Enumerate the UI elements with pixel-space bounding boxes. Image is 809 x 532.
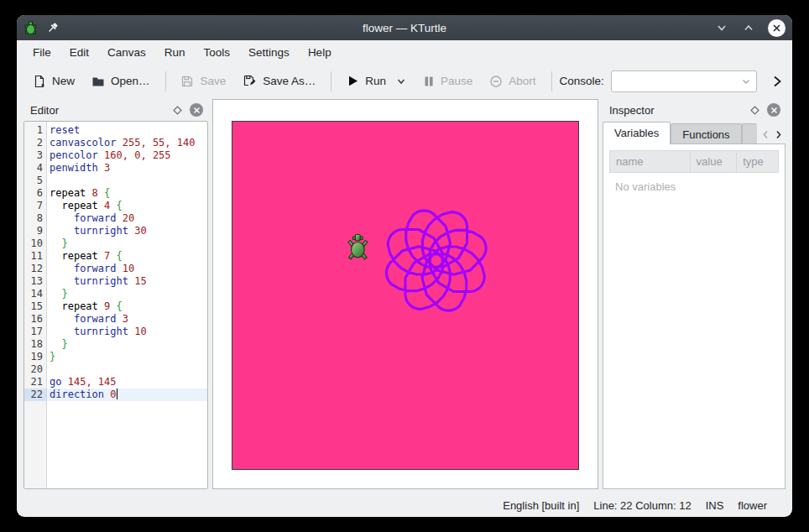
new-button[interactable]: New — [25, 70, 82, 92]
code-line[interactable]: } — [47, 288, 207, 300]
menu-settings[interactable]: Settings — [239, 43, 299, 62]
line-number: 13 — [24, 275, 46, 288]
pause-icon — [423, 76, 435, 87]
pause-button-label: Pause — [441, 75, 472, 87]
kturtle-window: flower — KTurtle FileEditCanvasRunToolsS… — [17, 15, 792, 517]
inspector-close-icon[interactable] — [767, 103, 780, 117]
turtle-canvas — [232, 121, 579, 470]
close-icon[interactable] — [768, 19, 786, 37]
console-chevron-down-icon[interactable] — [741, 76, 751, 86]
tab-scroll-left-button[interactable] — [760, 129, 771, 140]
line-number: 21 — [24, 376, 46, 389]
editor-float-icon[interactable] — [173, 106, 182, 115]
canvas-panel — [212, 99, 598, 489]
line-number: 20 — [24, 363, 46, 376]
pause-button[interactable]: Pause — [415, 70, 480, 91]
code-line[interactable]: } — [47, 338, 207, 351]
line-number: 22 — [24, 389, 46, 401]
code-line[interactable]: } — [47, 351, 207, 363]
inspector-panel-header[interactable]: Inspector — [603, 99, 786, 121]
inspector-panel-title: Inspector — [609, 104, 743, 117]
code-line[interactable]: turnright 15 — [47, 275, 207, 288]
code-line[interactable]: turnright 30 — [47, 225, 207, 237]
line-number: 6 — [24, 187, 46, 200]
open-button[interactable]: Open… — [84, 70, 158, 92]
code-line[interactable]: repeat 7 { — [47, 250, 207, 263]
code-line[interactable]: repeat 9 { — [47, 300, 207, 313]
code-line[interactable]: reset — [47, 124, 207, 137]
code-line[interactable]: direction 0 — [47, 389, 207, 401]
status-cursor-position: Line: 22 Column: 12 — [593, 499, 691, 512]
window-title: flower — KTurtle — [208, 22, 601, 34]
code-line[interactable]: } — [47, 237, 207, 250]
line-number: 4 — [24, 162, 46, 175]
code-line[interactable]: forward 3 — [47, 313, 207, 326]
run-button[interactable]: Run — [339, 70, 414, 91]
code-line[interactable]: repeat 8 { — [47, 187, 207, 200]
line-number: 14 — [24, 288, 46, 300]
abort-icon — [489, 75, 503, 88]
save-button[interactable]: Save — [173, 70, 233, 92]
menu-tools[interactable]: Tools — [195, 43, 240, 62]
console-input[interactable] — [611, 70, 757, 92]
column-value[interactable]: value — [690, 151, 737, 172]
text-cursor — [117, 389, 118, 399]
save-button-label: Save — [200, 75, 226, 87]
save-as-icon — [243, 74, 257, 88]
save-icon — [180, 75, 194, 88]
line-number: 18 — [24, 338, 46, 351]
main-area: Editor 123456789101112131415161718192021… — [17, 97, 792, 494]
menu-run[interactable]: Run — [155, 43, 195, 62]
code-line[interactable]: forward 20 — [47, 212, 207, 225]
menubar: FileEditCanvasRunToolsSettingsHelp — [17, 40, 792, 65]
code-line[interactable]: forward 10 — [47, 263, 207, 275]
column-name[interactable]: name — [610, 155, 690, 168]
save-as-button[interactable]: Save As… — [235, 70, 323, 92]
code-line[interactable] — [47, 363, 207, 376]
toolbar-overflow-button[interactable] — [770, 75, 784, 88]
code-line[interactable]: penwidth 3 — [47, 162, 207, 175]
menu-help[interactable]: Help — [299, 43, 341, 62]
tab-scroll-right-button[interactable] — [773, 129, 784, 140]
line-number: 12 — [24, 263, 46, 275]
code-lines[interactable]: resetcanvascolor 255, 55, 140pencolor 16… — [47, 122, 207, 488]
code-line[interactable]: repeat 4 { — [47, 200, 207, 212]
inspector-float-icon[interactable] — [750, 106, 759, 115]
status-input-mode: INS — [706, 499, 724, 512]
save-as-button-label: Save As… — [263, 75, 316, 87]
variables-table-header: name value type — [609, 150, 779, 173]
menu-canvas[interactable]: Canvas — [98, 43, 155, 62]
minimize-icon[interactable] — [714, 20, 729, 35]
line-number: 15 — [24, 300, 46, 313]
status-language: English [built in] — [503, 499, 579, 512]
line-number: 16 — [24, 313, 46, 326]
code-line[interactable]: go 145, 145 — [47, 376, 207, 389]
line-number: 8 — [24, 212, 46, 225]
run-button-label: Run — [365, 75, 386, 87]
open-folder-icon — [91, 75, 105, 88]
menu-edit[interactable]: Edit — [60, 43, 98, 62]
variables-table: name value type No variables — [603, 143, 786, 489]
abort-button[interactable]: Abort — [482, 70, 543, 92]
tab-variables[interactable]: Variables — [603, 122, 671, 144]
line-number-gutter: 12345678910111213141516171819202122 — [24, 122, 47, 488]
line-number: 9 — [24, 225, 46, 237]
tab-functions[interactable]: Functions — [671, 123, 741, 143]
column-type[interactable]: type — [736, 151, 778, 172]
code-editor[interactable]: 12345678910111213141516171819202122 rese… — [23, 121, 208, 489]
line-number: 17 — [24, 326, 46, 338]
editor-panel-header[interactable]: Editor — [23, 99, 208, 121]
editor-close-icon[interactable] — [190, 103, 203, 117]
code-line[interactable]: canvascolor 255, 55, 140 — [47, 137, 207, 149]
tab-clipped[interactable] — [742, 123, 757, 143]
code-line[interactable]: turnright 10 — [47, 326, 207, 338]
code-line[interactable]: pencolor 160, 0, 255 — [47, 149, 207, 162]
line-number: 5 — [24, 175, 46, 187]
maximize-icon[interactable] — [741, 20, 756, 35]
pin-icon[interactable] — [46, 22, 59, 34]
menu-file[interactable]: File — [23, 43, 60, 62]
code-line[interactable] — [47, 175, 207, 187]
run-speed-chevron-icon[interactable] — [396, 76, 406, 86]
titlebar[interactable]: flower — KTurtle — [17, 15, 792, 40]
line-number: 10 — [24, 237, 46, 250]
